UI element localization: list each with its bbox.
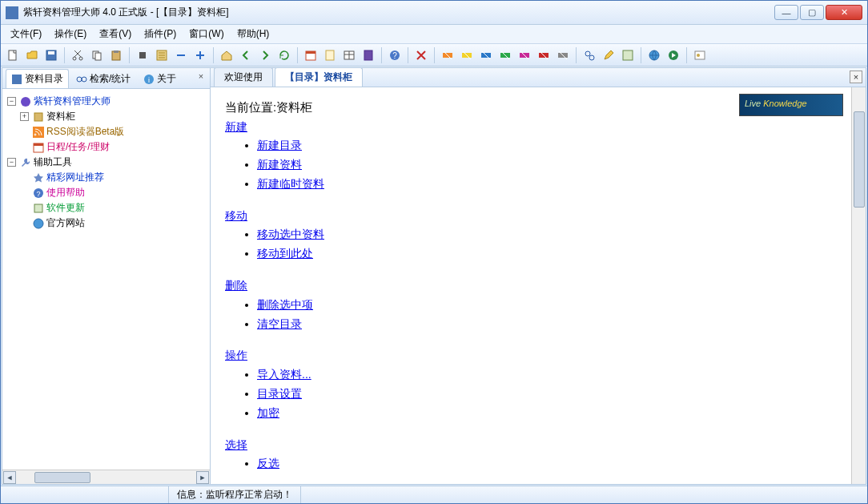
svg-rect-19	[326, 50, 334, 60]
new-doc-icon[interactable]	[4, 46, 22, 64]
forward-icon[interactable]	[256, 46, 274, 64]
svg-rect-47	[33, 127, 44, 138]
play-icon[interactable]	[665, 46, 682, 64]
highlight-green-icon[interactable]	[496, 46, 514, 64]
find-icon[interactable]	[581, 46, 598, 64]
menu-plugin[interactable]: 插件(P)	[138, 26, 183, 42]
info-icon: i	[143, 74, 155, 85]
wrench-icon	[20, 157, 31, 168]
side-tab-search[interactable]: 检索/统计	[70, 69, 136, 88]
link-import[interactable]: 导入资料...	[257, 368, 311, 381]
menu-window[interactable]: 窗口(W)	[183, 26, 230, 42]
svg-point-45	[21, 97, 30, 107]
copy-icon[interactable]	[88, 46, 106, 64]
collapse-icon[interactable]: −	[7, 97, 16, 106]
update-icon	[33, 203, 44, 214]
minus-icon[interactable]	[172, 46, 190, 64]
tree-help[interactable]: ?使用帮助	[20, 185, 207, 200]
content-pane[interactable]: Live Knowledge 当前位置:资料柜 新建 新建目录 新建资料 新建临…	[211, 87, 851, 484]
highlight-orange-icon[interactable]	[439, 46, 456, 64]
link-select[interactable]: 选择	[225, 438, 247, 451]
tree-tools[interactable]: −辅助工具	[7, 155, 207, 170]
link-move-here[interactable]: 移动到此处	[257, 247, 313, 260]
delete-icon[interactable]	[412, 46, 430, 64]
menu-operate[interactable]: 操作(E)	[48, 26, 93, 42]
stop-icon[interactable]	[134, 46, 151, 64]
calendar-icon[interactable]	[302, 46, 319, 64]
star-icon	[33, 172, 44, 183]
tool-icon[interactable]	[619, 46, 637, 64]
highlight-magenta-icon[interactable]	[516, 46, 533, 64]
menu-help[interactable]: 帮助(H)	[231, 26, 276, 42]
save-icon[interactable]	[42, 46, 60, 64]
plus-icon[interactable]	[191, 46, 209, 64]
link-new-doc[interactable]: 新建资料	[257, 158, 302, 171]
notes-icon[interactable]	[321, 46, 339, 64]
tree-rss[interactable]: RSS阅读器Beta版	[20, 124, 207, 139]
menu-file[interactable]: 文件(F)	[4, 26, 48, 42]
edit-icon[interactable]	[600, 46, 617, 64]
link-move-sel[interactable]: 移动选中资料	[257, 228, 324, 240]
link-new-dir[interactable]: 新建目录	[257, 139, 302, 151]
highlight-yellow-icon[interactable]	[458, 46, 476, 64]
paste-icon[interactable]	[107, 46, 125, 64]
scroll-right-icon[interactable]: ►	[196, 471, 209, 484]
sidebar-hscrollbar[interactable]: ◄ ►	[2, 470, 210, 484]
refresh-icon[interactable]	[275, 46, 293, 64]
tree-view[interactable]: −紫轩资料管理大师 +资料柜 RSS阅读器Beta版 日程/任务/理财 −辅助工…	[2, 89, 210, 470]
rss-icon	[33, 127, 44, 138]
maximize-button[interactable]: ▢	[800, 5, 824, 20]
tab-close-icon[interactable]: ×	[850, 71, 862, 83]
open-icon[interactable]	[23, 46, 41, 64]
link-clear-dir[interactable]: 清空目录	[257, 317, 302, 330]
table-icon[interactable]	[340, 46, 358, 64]
content-vscrollbar[interactable]	[851, 87, 866, 484]
minimize-button[interactable]: —	[774, 5, 798, 20]
tree-sites[interactable]: 精彩网址推荐	[20, 170, 207, 185]
globe-icon[interactable]	[645, 46, 663, 64]
home-icon[interactable]	[218, 46, 235, 64]
book-icon[interactable]	[360, 46, 377, 64]
side-tab-catalog[interactable]: 资料目录	[6, 69, 69, 88]
back-icon[interactable]	[237, 46, 255, 64]
svg-point-4	[79, 57, 82, 60]
tree-cabinet[interactable]: +资料柜	[20, 109, 207, 124]
link-new[interactable]: 新建	[225, 120, 247, 133]
tree-official[interactable]: 官方网站	[20, 216, 207, 231]
sidebar-close-icon[interactable]: ×	[195, 71, 207, 83]
tree-update[interactable]: 软件更新	[20, 200, 207, 216]
scroll-thumb[interactable]	[34, 472, 90, 483]
scroll-left-icon[interactable]: ◄	[3, 471, 16, 484]
app-icon	[6, 6, 18, 19]
app-window: 紫轩资料管理大师 4.0 正式版 - [【目录】资料柜] — ▢ ✕ 文件(F)…	[0, 0, 868, 504]
svg-point-41	[77, 77, 82, 82]
link-new-temp[interactable]: 新建临时资料	[257, 177, 324, 190]
menu-view[interactable]: 查看(V)	[93, 26, 138, 42]
list-icon[interactable]	[153, 46, 171, 64]
contact-icon[interactable]	[691, 46, 709, 64]
tree-schedule[interactable]: 日程/任务/理财	[20, 139, 207, 155]
highlight-blue-icon[interactable]	[477, 46, 495, 64]
catalog-icon	[11, 74, 22, 85]
cut-icon[interactable]	[69, 46, 86, 64]
highlight-gray-icon[interactable]	[554, 46, 572, 64]
link-dir-settings[interactable]: 目录设置	[257, 387, 302, 400]
close-button[interactable]: ✕	[826, 5, 862, 20]
svg-point-39	[697, 54, 700, 57]
vscroll-thumb[interactable]	[854, 111, 865, 208]
link-del-sel[interactable]: 删除选中项	[257, 298, 313, 311]
collapse-icon[interactable]: −	[7, 158, 16, 167]
link-move[interactable]: 移动	[225, 209, 247, 222]
tree-root[interactable]: −紫轩资料管理大师	[7, 94, 207, 109]
tab-welcome[interactable]: 欢迎使用	[214, 67, 273, 87]
svg-rect-9	[139, 52, 146, 58]
help-icon[interactable]: ?	[386, 46, 404, 64]
link-invert[interactable]: 反选	[257, 457, 279, 470]
side-tab-about[interactable]: i 关于	[138, 69, 182, 88]
tab-current[interactable]: 【目录】资料柜	[275, 67, 363, 87]
link-delete[interactable]: 删除	[225, 279, 247, 292]
expand-icon[interactable]: +	[20, 112, 29, 121]
link-encrypt[interactable]: 加密	[257, 406, 279, 419]
highlight-red-icon[interactable]	[535, 46, 553, 64]
link-operate[interactable]: 操作	[225, 349, 247, 361]
